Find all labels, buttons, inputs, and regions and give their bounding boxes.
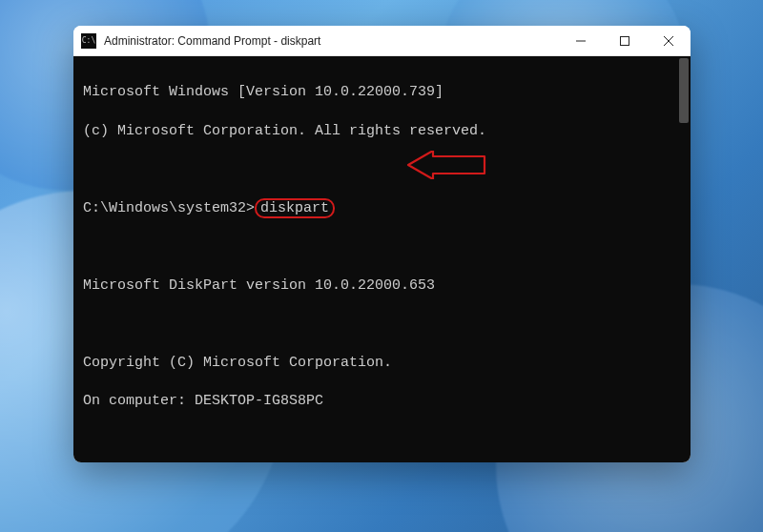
command-prompt-window: C:\ Administrator: Command Prompt - disk… [73,26,691,462]
scrollbar[interactable] [677,58,689,144]
svg-rect-1 [621,36,629,45]
console-line: (c) Microsoft Corporation. All rights re… [83,122,681,141]
close-button[interactable] [647,26,691,56]
command-highlight: diskpart [255,198,335,218]
console-line: Microsoft Windows [Version 10.0.22000.73… [83,83,681,102]
prompt-path: C:\Windows\system32> [83,200,255,216]
console-line: On computer: DESKTOP-IG8S8PC [83,392,681,411]
maximize-icon [619,35,630,47]
console-area[interactable]: Microsoft Windows [Version 10.0.22000.73… [73,56,691,462]
minimize-button[interactable] [559,26,603,56]
console-line: Copyright (C) Microsoft Corporation. [83,354,681,373]
minimize-icon [575,35,587,47]
console-blank [83,160,681,179]
scrollbar-thumb[interactable] [679,58,689,123]
window-title: Administrator: Command Prompt - diskpart [104,34,559,48]
cmd-icon: C:\ [81,33,96,49]
console-line: Microsoft DiskPart version 10.0.22000.65… [83,276,681,296]
window-buttons [559,26,691,56]
close-icon [663,35,674,47]
console-prompt-line: C:\Windows\system32>diskpart [83,199,681,218]
titlebar[interactable]: C:\ Administrator: Command Prompt - disk… [73,26,691,56]
console-blank [83,431,681,450]
console-blank [83,237,681,256]
console-blank [83,315,681,334]
maximize-button[interactable] [603,26,647,56]
